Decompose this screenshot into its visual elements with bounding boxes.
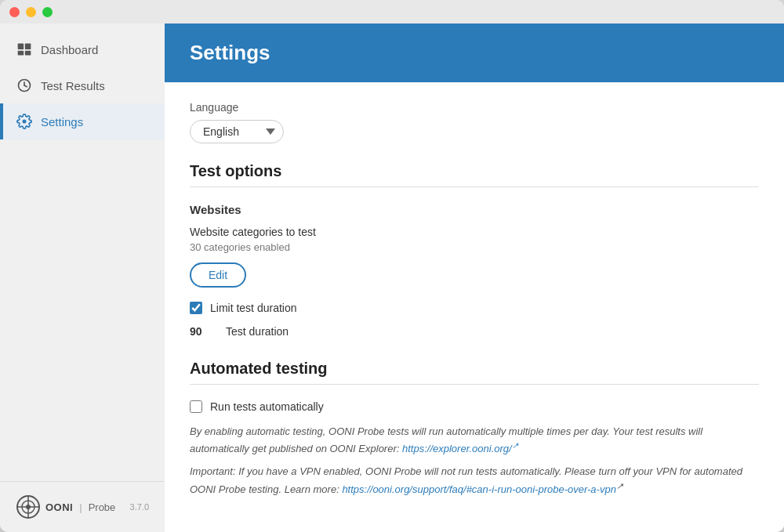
version-text: 3.7.0 <box>130 502 149 512</box>
language-label: Language <box>190 101 759 114</box>
app-window: Dashboard Test Results <box>0 0 784 532</box>
test-options-title: Test options <box>190 162 759 180</box>
run-auto-checkbox[interactable] <box>190 400 202 413</box>
close-button[interactable] <box>9 7 20 17</box>
svg-rect-2 <box>18 51 24 56</box>
websites-categories-label: Website categories to test <box>190 226 759 238</box>
sidebar-label-dashboard: Dashboard <box>41 43 98 56</box>
svg-line-6 <box>24 85 27 87</box>
ext-link-icon-2: ↗ <box>616 481 623 490</box>
sidebar-item-settings[interactable]: Settings <box>0 103 165 139</box>
ooni-logo: OONI | Probe <box>16 494 115 519</box>
limit-duration-label[interactable]: Limit test duration <box>210 302 297 314</box>
dashboard-icon <box>16 41 33 58</box>
app-body: Dashboard Test Results <box>0 24 784 532</box>
explorer-link[interactable]: https://explorer.ooni.org/ <box>402 443 512 454</box>
ooni-separator: | <box>79 501 82 513</box>
auto-important-text: Important: If you have a VPN enabled, OO… <box>190 464 759 497</box>
maximize-button[interactable] <box>42 7 53 17</box>
page-title: Settings <box>190 41 759 65</box>
sidebar-label-test-results: Test Results <box>41 79 105 92</box>
limit-duration-checkbox[interactable] <box>190 302 202 314</box>
probe-text: Probe <box>89 501 116 513</box>
ooni-logo-icon <box>16 494 41 519</box>
test-options-section: Test options Websites Website categories… <box>190 162 759 338</box>
titlebar <box>0 0 784 24</box>
websites-subsection-title: Websites <box>190 203 759 216</box>
websites-subsection: Websites Website categories to test 30 c… <box>190 203 759 302</box>
minimize-button[interactable] <box>26 7 36 17</box>
limit-duration-row: Limit test duration <box>190 302 759 314</box>
vpn-faq-link[interactable]: https://ooni.org/support/faq/#can-i-run-… <box>342 483 616 495</box>
sidebar-item-dashboard[interactable]: Dashboard <box>0 31 165 67</box>
run-auto-label[interactable]: Run tests automatically <box>210 400 324 413</box>
gear-icon <box>16 113 33 130</box>
run-auto-row: Run tests automatically <box>190 400 759 413</box>
content-area: Language English Español Français Deutsc… <box>165 82 784 532</box>
svg-rect-0 <box>18 44 24 50</box>
sidebar: Dashboard Test Results <box>0 24 165 532</box>
language-select[interactable]: English Español Français Deutsch 中文 <box>190 120 284 143</box>
duration-value: 90 <box>190 325 213 338</box>
websites-categories-desc: 30 categories enabled <box>190 241 759 253</box>
automated-testing-title: Automated testing <box>190 360 759 378</box>
duration-label: Test duration <box>226 325 289 338</box>
svg-rect-1 <box>25 44 31 50</box>
svg-rect-3 <box>25 51 31 56</box>
auto-info-text: By enabling automatic testing, OONI Prob… <box>190 424 759 456</box>
duration-row: 90 Test duration <box>190 325 759 338</box>
automated-testing-section: Automated testing Run tests automaticall… <box>190 360 759 498</box>
sidebar-item-test-results[interactable]: Test Results <box>0 67 165 103</box>
clock-icon <box>16 77 33 94</box>
page-header: Settings <box>165 24 784 82</box>
sidebar-footer: OONI | Probe 3.7.0 <box>0 481 165 532</box>
sidebar-label-settings: Settings <box>41 115 83 128</box>
language-section: Language English Español Français Deutsc… <box>190 101 759 143</box>
automated-testing-divider <box>190 384 759 385</box>
sidebar-spacer <box>0 139 165 481</box>
edit-categories-button[interactable]: Edit <box>190 262 246 288</box>
ooni-text: OONI <box>45 501 73 513</box>
svg-point-7 <box>23 120 27 124</box>
test-options-divider <box>190 186 759 187</box>
ext-link-icon-1: ↗ <box>512 441 518 450</box>
main-content: Settings Language English Español França… <box>165 24 784 532</box>
